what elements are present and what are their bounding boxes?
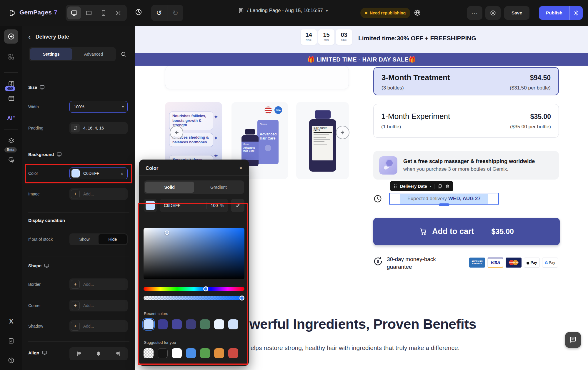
color-value: C6DEFF — [83, 171, 121, 176]
saturation-area[interactable] — [144, 228, 244, 279]
publish-button[interactable]: Publish — [539, 10, 569, 16]
add-element-button[interactable] — [4, 29, 18, 44]
shadow-add-field[interactable]: +Add... — [69, 320, 128, 332]
suggested-color-swatch[interactable] — [158, 348, 168, 358]
bottle-back: SUPPLEMENT FACTS — [309, 110, 336, 172]
back-button[interactable]: ‹ — [28, 33, 31, 41]
recent-color-swatch[interactable] — [144, 319, 154, 329]
save-button[interactable]: Save — [504, 6, 529, 20]
search-icon[interactable] — [121, 51, 127, 57]
recent-color-swatch[interactable] — [200, 319, 210, 329]
recent-color-swatch[interactable] — [228, 319, 238, 329]
hero-image-card[interactable] — [165, 66, 349, 89]
ai-assistant-button[interactable]: Ai✦ — [4, 111, 18, 125]
stock-label: If out of stock — [28, 233, 53, 245]
tab-gradient[interactable]: Gradient — [194, 182, 243, 193]
alpha-slider[interactable] — [144, 296, 244, 300]
divider — [28, 256, 129, 256]
corner-add-field[interactable]: +Add... — [69, 300, 128, 311]
product-box: Gemix Advanced Hair Care — [257, 120, 279, 164]
offer-3-month[interactable]: 3-Month Treatment$94.50 (3 bottles)($31.… — [373, 67, 559, 95]
clear-color-icon[interactable]: × — [121, 171, 123, 176]
history-icon[interactable] — [135, 8, 142, 16]
recent-color-swatch[interactable] — [172, 319, 182, 329]
suggested-color-swatch[interactable] — [144, 348, 154, 358]
app-logo[interactable]: GemPages7 — [19, 9, 57, 16]
status-badge: Need republishing — [360, 8, 410, 18]
preview-button[interactable] — [485, 6, 501, 20]
padding-field[interactable]: 4, 16, 4, 16 — [69, 122, 128, 134]
padding-label: Padding — [28, 122, 43, 134]
delete-icon[interactable] — [445, 184, 450, 189]
align-right-icon[interactable] — [115, 351, 121, 357]
alpha-handle[interactable] — [239, 296, 244, 301]
bg-color-field[interactable]: C6DEFF × — [69, 167, 128, 179]
element-label[interactable]: Delivery Date — [400, 184, 427, 189]
layout-manager-button[interactable] — [4, 91, 18, 105]
delivery-date-element[interactable]: Expected delivery WED, AUG 27 — [389, 193, 499, 205]
delivery-prefix: Expected delivery — [407, 196, 448, 201]
offer-1-month[interactable]: 1-Month Experiment$35.00 (1 bottle)($35.… — [373, 104, 559, 138]
page-title-menu[interactable]: / Landing Page - Aug 15, 10:16:57 ▾ — [238, 8, 328, 14]
hue-slider[interactable] — [144, 287, 244, 291]
x-app-button[interactable]: X — [4, 314, 18, 328]
width-select[interactable]: 100% ▾ — [69, 101, 128, 113]
sections-library-button[interactable] — [4, 49, 18, 64]
chat-widget-button[interactable] — [565, 332, 581, 348]
recent-color-swatch[interactable] — [214, 319, 224, 329]
align-left-icon[interactable] — [76, 351, 82, 357]
suggested-color-swatch[interactable] — [214, 348, 224, 358]
drag-handle-icon[interactable] — [394, 184, 397, 189]
align-center-icon[interactable] — [96, 351, 101, 357]
color-swatch[interactable] — [71, 169, 80, 177]
tab-solid[interactable]: Solid — [145, 182, 194, 193]
visa-badge: VISA — [487, 258, 503, 268]
suggested-color-swatch[interactable] — [186, 348, 196, 358]
tablet-view-button[interactable] — [82, 6, 96, 19]
stock-show-option[interactable]: Show — [70, 234, 99, 244]
clock-icon — [373, 194, 382, 203]
recent-color-swatch[interactable] — [186, 319, 196, 329]
section-align: Align — [28, 350, 47, 355]
suggested-color-swatch[interactable] — [228, 348, 238, 358]
tasks-button[interactable] — [4, 334, 18, 348]
more-options-button[interactable]: ⋯ — [467, 6, 482, 20]
add-label: Add... — [83, 192, 94, 196]
current-color-swatch[interactable] — [144, 199, 157, 212]
opacity-input[interactable]: 100% — [206, 203, 228, 208]
interactions-button[interactable] — [4, 152, 18, 167]
redo-button[interactable]: ↻ — [167, 5, 183, 21]
duplicate-icon[interactable] — [437, 184, 442, 189]
slide-supplement-facts[interactable]: SUPPLEMENT FACTS — [296, 102, 349, 179]
divider — [28, 341, 129, 342]
stock-hide-option[interactable]: Hide — [99, 234, 127, 244]
exit-editor-icon[interactable] — [8, 9, 16, 17]
recent-color-swatch[interactable] — [158, 319, 168, 329]
carousel-next-button[interactable] — [336, 126, 349, 139]
cart-icon — [419, 228, 427, 236]
help-button[interactable] — [4, 353, 18, 367]
mobile-view-button[interactable] — [97, 6, 110, 19]
suggested-color-swatch[interactable] — [200, 348, 210, 358]
desktop-view-button[interactable] — [67, 6, 81, 19]
border-add-field[interactable]: +Add... — [69, 278, 128, 290]
hex-input[interactable]: C6DEFF 100% — [160, 199, 228, 212]
responsive-view-button[interactable] — [111, 6, 125, 19]
globe-icon[interactable] — [414, 9, 421, 16]
eyedropper-button[interactable] — [231, 199, 244, 212]
device-scope-icon — [40, 85, 45, 90]
suggested-color-swatch[interactable] — [172, 348, 182, 358]
undo-button[interactable]: ↺ — [151, 5, 167, 21]
tab-settings[interactable]: Settings — [30, 48, 72, 60]
hue-handle[interactable] — [203, 286, 208, 291]
layers-button[interactable] — [4, 134, 18, 148]
resize-handle[interactable] — [439, 203, 449, 206]
carousel-prev-button[interactable] — [170, 126, 183, 139]
saturation-cursor[interactable] — [165, 230, 169, 235]
close-icon[interactable]: × — [239, 165, 242, 171]
collapse-icon[interactable]: ▴ — [430, 185, 431, 188]
bg-image-add-field[interactable]: + Add... — [69, 188, 128, 200]
add-to-cart-button[interactable]: Add to cart — $35.00 — [373, 218, 560, 245]
tab-advanced[interactable]: Advanced — [72, 48, 115, 60]
publish-settings-button[interactable] — [570, 10, 583, 16]
